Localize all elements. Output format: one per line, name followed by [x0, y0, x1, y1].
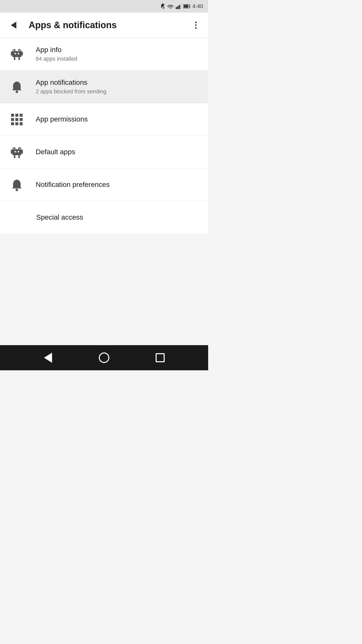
svg-rect-11 [21, 52, 23, 56]
app-info-title: App info [36, 45, 200, 54]
app-permissions-icon [8, 111, 26, 128]
bottom-nav-bar [0, 345, 208, 370]
app-bar: Apps & notifications [0, 13, 208, 38]
status-bar: 4:40 [0, 0, 208, 13]
default-apps-icon [8, 143, 26, 161]
app-notifications-title: App notifications [36, 78, 200, 87]
app-info-item[interactable]: App info 84 apps installed [0, 38, 208, 70]
svg-rect-32 [21, 150, 23, 154]
svg-rect-1 [177, 6, 178, 9]
nav-back-button[interactable] [38, 348, 58, 368]
svg-rect-27 [20, 122, 23, 125]
bluetooth-icon [160, 3, 165, 9]
svg-rect-0 [176, 7, 177, 9]
special-access-item[interactable]: Special access [0, 201, 208, 234]
svg-rect-34 [18, 155, 20, 158]
svg-rect-25 [11, 122, 14, 125]
nav-back-icon [44, 353, 52, 363]
svg-rect-5 [190, 6, 190, 7]
grid-icon [11, 113, 23, 126]
overflow-dot-1 [195, 22, 197, 23]
overflow-menu-button[interactable] [190, 18, 202, 33]
svg-rect-2 [179, 5, 180, 9]
notification-preferences-item[interactable]: Notification preferences [0, 169, 208, 201]
app-permissions-item[interactable]: App permissions [0, 103, 208, 136]
android-default-icon [10, 146, 23, 159]
svg-rect-12 [14, 57, 15, 60]
notification-preferences-title: Notification preferences [36, 180, 200, 189]
nav-recents-icon [156, 353, 165, 362]
svg-point-16 [15, 53, 16, 54]
bell-notif-icon [11, 178, 23, 191]
svg-rect-10 [11, 52, 12, 56]
app-permissions-text: App permissions [36, 115, 200, 124]
status-time: 4:40 [192, 3, 203, 10]
svg-line-15 [19, 49, 21, 51]
svg-point-17 [18, 53, 19, 54]
svg-line-35 [12, 147, 14, 149]
svg-rect-3 [180, 4, 181, 9]
app-info-icon [8, 45, 26, 63]
svg-rect-23 [15, 118, 18, 121]
app-permissions-title: App permissions [36, 115, 200, 124]
default-apps-text: Default apps [36, 147, 200, 156]
svg-rect-22 [11, 118, 14, 121]
notification-preferences-icon [8, 176, 26, 194]
overflow-dot-3 [195, 27, 197, 29]
overflow-dot-2 [195, 24, 197, 26]
bell-icon [11, 80, 23, 93]
nav-home-button[interactable] [94, 348, 114, 368]
svg-rect-19 [11, 114, 14, 117]
svg-rect-6 [184, 5, 188, 8]
svg-rect-31 [11, 150, 12, 154]
status-icons: 4:40 [160, 3, 203, 10]
svg-line-36 [19, 147, 21, 149]
nav-home-icon [99, 352, 109, 363]
svg-rect-26 [15, 122, 18, 125]
app-info-text: App info 84 apps installed [36, 45, 200, 63]
svg-point-38 [18, 151, 19, 152]
page-title: Apps & notifications [29, 20, 190, 30]
wifi-icon [167, 4, 174, 9]
app-notifications-text: App notifications 2 apps blocked from se… [36, 78, 200, 95]
svg-line-14 [12, 49, 14, 51]
special-access-text: Special access [36, 213, 200, 222]
svg-rect-30 [12, 149, 21, 155]
back-arrow-icon [11, 22, 16, 29]
app-notifications-icon [8, 78, 26, 96]
svg-rect-9 [12, 51, 21, 57]
app-notifications-item[interactable]: App notifications 2 apps blocked from se… [0, 70, 208, 103]
android-icon [10, 48, 23, 61]
app-notifications-subtitle: 2 apps blocked from sending [36, 88, 200, 95]
battery-icon [183, 4, 190, 9]
settings-list: App info 84 apps installed App notificat… [0, 38, 208, 234]
default-apps-item[interactable]: Default apps [0, 136, 208, 169]
svg-rect-20 [15, 114, 18, 117]
default-apps-title: Default apps [36, 147, 200, 156]
back-button[interactable] [6, 18, 21, 33]
svg-rect-13 [18, 57, 20, 60]
nav-recents-button[interactable] [150, 348, 170, 368]
app-info-subtitle: 84 apps installed [36, 55, 200, 63]
svg-point-18 [16, 91, 18, 93]
svg-rect-21 [20, 114, 23, 117]
svg-rect-24 [20, 118, 23, 121]
svg-point-37 [15, 151, 16, 152]
notification-preferences-text: Notification preferences [36, 180, 200, 189]
signal-icon [176, 4, 181, 9]
special-access-title: Special access [36, 213, 200, 222]
svg-point-39 [16, 189, 18, 191]
svg-rect-33 [14, 155, 15, 158]
